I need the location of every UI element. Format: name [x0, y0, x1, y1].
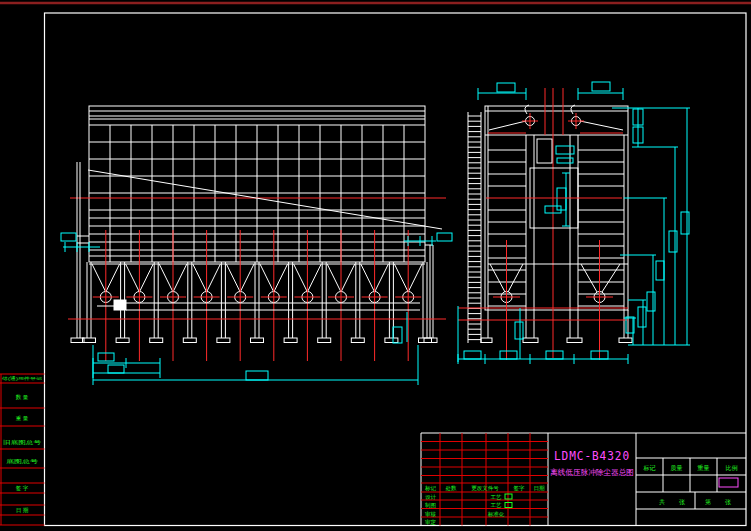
rev-col-header: 标记 — [424, 485, 437, 492]
info-col-header: 质量 — [671, 465, 683, 471]
sheet-count-label: 第 — [705, 499, 711, 505]
cad-drawing-canvas: 借(通)用件登记 数 量 重 量 旧底图总号 底图总号 签 字 日 期 标记 处… — [0, 0, 751, 531]
rev-col-header: 更改文件号 — [471, 485, 499, 491]
drawing-title-text: 离线低压脉冲除尘器总图 — [550, 468, 634, 477]
margin-row-label: 数 量 — [16, 394, 29, 400]
conveyor-drive-box — [114, 300, 126, 310]
info-col-header: 比例 — [726, 465, 738, 472]
rev-col-header: 处数 — [446, 485, 458, 492]
margin-row-label: 底图总号 — [6, 458, 38, 465]
process-label: 标准化 — [487, 511, 505, 518]
process-label: 工艺 — [491, 494, 503, 500]
sheet-count-label: 共 — [659, 499, 665, 505]
process-label: 工艺 — [491, 502, 503, 508]
sig-row-label: 设计 — [425, 494, 437, 500]
margin-row-label: 旧底图总号 — [3, 439, 41, 446]
margin-row-label: 重 量 — [16, 415, 29, 421]
rev-col-header: 签字 — [514, 485, 526, 492]
margin-row-label: 日 期 — [16, 507, 29, 514]
canvas-background — [0, 0, 751, 531]
rev-col-header: 日期 — [534, 485, 546, 492]
info-col-header: 重量 — [697, 464, 710, 471]
sig-row-label: 制图 — [425, 502, 436, 509]
sig-row-label: 审定 — [425, 519, 437, 526]
model-number: LDMC-B4320 — [554, 449, 630, 463]
sheet-count-label: 张 — [679, 499, 685, 506]
sheet-count-label: 张 — [725, 499, 731, 506]
margin-row-label: 借(通)用件登记 — [2, 375, 43, 381]
margin-row-label: 签 字 — [16, 485, 29, 492]
info-col-header: 标记 — [643, 464, 656, 472]
cad-viewport: 借(通)用件登记 数 量 重 量 旧底图总号 底图总号 签 字 日 期 标记 处… — [0, 0, 751, 531]
sig-row-label: 审核 — [425, 511, 437, 517]
